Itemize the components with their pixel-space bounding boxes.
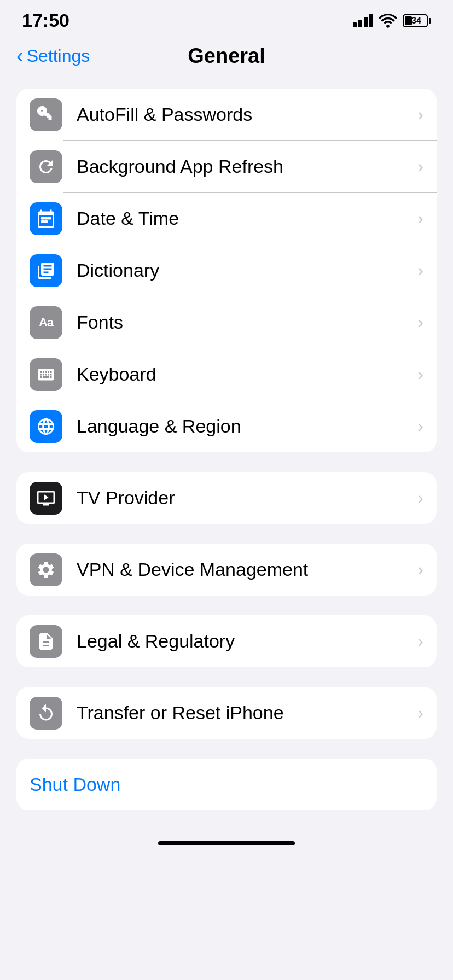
legal-item[interactable]: Legal & Regulatory ›	[16, 615, 437, 667]
tv-provider-group: TV Provider ›	[16, 472, 437, 524]
date-time-icon	[30, 202, 62, 235]
tv-provider-label: TV Provider	[77, 487, 417, 509]
nav-bar: ‹ Settings General	[0, 37, 453, 75]
signal-icon	[353, 14, 373, 27]
svg-rect-1	[44, 217, 48, 220]
vpn-item[interactable]: VPN & Device Management ›	[16, 544, 437, 596]
date-time-chevron-icon: ›	[417, 208, 423, 229]
shutdown-label: Shut Down	[30, 774, 120, 795]
status-icons: 34	[353, 14, 431, 28]
svg-point-5	[42, 638, 45, 640]
back-label: Settings	[27, 46, 90, 66]
key-icon	[36, 105, 56, 125]
vpn-icon	[30, 553, 62, 586]
tv-provider-icon	[30, 482, 62, 515]
dictionary-item[interactable]: Dictionary ›	[16, 244, 437, 296]
document-icon	[36, 632, 56, 651]
autofill-icon	[30, 98, 62, 131]
page-title: General	[188, 44, 265, 68]
transfer-reset-label: Transfer or Reset iPhone	[77, 702, 417, 724]
dictionary-chevron-icon: ›	[417, 260, 423, 281]
autofill-chevron-icon: ›	[417, 104, 423, 125]
keyboard-svg-icon	[36, 365, 56, 384]
svg-rect-4	[44, 220, 48, 223]
svg-rect-2	[48, 217, 51, 220]
tv-provider-chevron-icon: ›	[417, 488, 423, 508]
transfer-reset-chevron-icon: ›	[417, 703, 423, 723]
dictionary-label: Dictionary	[77, 260, 417, 281]
status-time: 17:50	[22, 10, 69, 31]
keyboard-chevron-icon: ›	[417, 364, 423, 384]
fonts-text-icon: Aa	[39, 316, 53, 330]
transfer-reset-icon	[30, 697, 62, 730]
shutdown-card[interactable]: Shut Down	[16, 759, 437, 810]
tv-provider-item[interactable]: TV Provider ›	[16, 472, 437, 524]
language-label: Language & Region	[77, 416, 417, 437]
fonts-chevron-icon: ›	[417, 312, 423, 332]
legal-label: Legal & Regulatory	[77, 631, 417, 652]
svg-rect-0	[41, 217, 44, 220]
background-refresh-icon	[30, 150, 62, 183]
home-indicator	[0, 830, 453, 853]
status-bar: 17:50 34	[0, 0, 453, 37]
language-chevron-icon: ›	[417, 416, 423, 436]
legal-icon	[30, 625, 62, 658]
tv-icon	[36, 488, 56, 508]
language-item[interactable]: Language & Region ›	[16, 400, 437, 452]
main-list-group: AutoFill & Passwords › Background App Re…	[16, 89, 437, 452]
background-refresh-item[interactable]: Background App Refresh ›	[16, 141, 437, 192]
vpn-group: VPN & Device Management ›	[16, 544, 437, 596]
autofill-label: AutoFill & Passwords	[77, 104, 417, 125]
battery-icon: 34	[403, 14, 431, 27]
autofill-item[interactable]: AutoFill & Passwords ›	[16, 89, 437, 141]
fonts-label: Fonts	[77, 312, 417, 333]
refresh-icon	[36, 157, 56, 177]
background-refresh-chevron-icon: ›	[417, 156, 423, 177]
back-button[interactable]: ‹ Settings	[16, 46, 90, 66]
globe-icon	[36, 417, 56, 436]
keyboard-label: Keyboard	[77, 364, 417, 385]
date-time-label: Date & Time	[77, 208, 417, 229]
date-time-item[interactable]: Date & Time ›	[16, 192, 437, 244]
keyboard-icon	[30, 358, 62, 391]
battery-percent: 34	[405, 16, 428, 26]
fonts-icon: Aa	[30, 306, 62, 339]
background-refresh-label: Background App Refresh	[77, 156, 417, 177]
keyboard-item[interactable]: Keyboard ›	[16, 348, 437, 400]
gear-icon	[36, 560, 56, 580]
reset-icon	[36, 703, 56, 723]
back-chevron-icon: ‹	[16, 45, 24, 66]
transfer-group: Transfer or Reset iPhone ›	[16, 687, 437, 739]
legal-group: Legal & Regulatory ›	[16, 615, 437, 667]
dictionary-svg-icon	[36, 261, 56, 281]
settings-content: AutoFill & Passwords › Background App Re…	[0, 75, 453, 810]
wifi-icon	[379, 14, 397, 28]
svg-rect-3	[41, 220, 44, 223]
date-time-svg-icon	[36, 209, 56, 229]
home-bar	[158, 841, 295, 845]
vpn-chevron-icon: ›	[417, 559, 423, 580]
vpn-label: VPN & Device Management	[77, 559, 417, 580]
legal-chevron-icon: ›	[417, 631, 423, 651]
language-icon	[30, 410, 62, 443]
fonts-item[interactable]: Aa Fonts ›	[16, 296, 437, 348]
dictionary-icon	[30, 254, 62, 287]
transfer-reset-item[interactable]: Transfer or Reset iPhone ›	[16, 687, 437, 739]
